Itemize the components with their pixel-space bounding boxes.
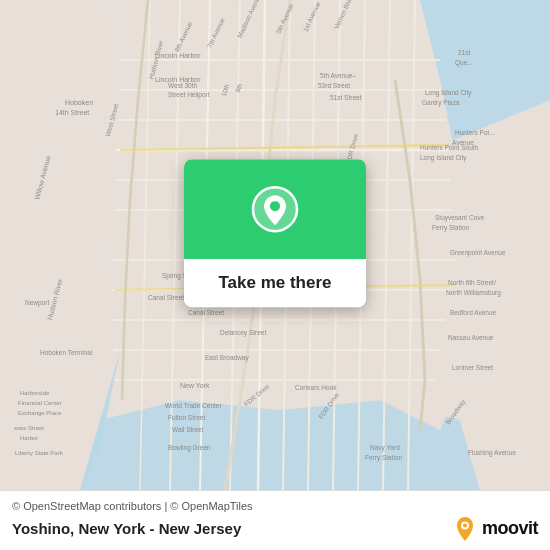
svg-text:Nassau Avenue: Nassau Avenue [448, 334, 494, 341]
svg-text:Que...: Que... [455, 59, 473, 67]
svg-text:Delancey Street: Delancey Street [220, 329, 266, 337]
bottom-bar: © OpenStreetMap contributors | © OpenMap… [0, 490, 550, 550]
svg-text:Canal Street: Canal Street [188, 309, 224, 316]
svg-text:World Trade Center: World Trade Center [165, 402, 222, 409]
cta-green-area [184, 159, 366, 259]
svg-text:53rd Street: 53rd Street [318, 82, 350, 89]
svg-text:Corlears Hook: Corlears Hook [295, 384, 337, 391]
moovit-icon [452, 516, 478, 542]
svg-point-89 [270, 201, 280, 211]
location-name: Yoshino, New York - New Jersey [12, 520, 241, 537]
svg-text:Canal Street: Canal Street [148, 294, 184, 301]
svg-text:51st Street: 51st Street [330, 94, 362, 101]
map-attribution: © OpenStreetMap contributors | © OpenMap… [12, 500, 538, 512]
svg-text:Greenpoint Avenue: Greenpoint Avenue [450, 249, 506, 257]
svg-text:Liberty State Park: Liberty State Park [15, 450, 64, 456]
location-label-row: Yoshino, New York - New Jersey moovit [12, 516, 538, 542]
svg-text:Ferry Station: Ferry Station [432, 224, 470, 232]
svg-text:Financial Center: Financial Center [18, 400, 62, 406]
svg-text:ssex Street: ssex Street [14, 425, 44, 431]
moovit-text: moovit [482, 518, 538, 539]
svg-text:Exchange Place: Exchange Place [18, 410, 62, 416]
svg-text:5th Avenue–: 5th Avenue– [320, 72, 356, 79]
svg-text:Long Island City: Long Island City [425, 89, 472, 97]
svg-text:North 6th Street/: North 6th Street/ [448, 279, 496, 286]
svg-text:Ferry Station: Ferry Station [365, 454, 403, 462]
svg-text:New York: New York [180, 382, 210, 389]
svg-text:Harborside: Harborside [20, 390, 50, 396]
svg-text:Fulton Street: Fulton Street [168, 414, 205, 421]
svg-point-91 [463, 523, 467, 527]
svg-text:Street Heliport: Street Heliport [168, 91, 210, 99]
svg-text:Long Island City: Long Island City [420, 154, 467, 162]
svg-text:East Broadway: East Broadway [205, 354, 249, 362]
svg-text:Flushing Avenue: Flushing Avenue [468, 449, 516, 457]
svg-text:West 30th: West 30th [168, 82, 198, 89]
svg-text:Navy Yard: Navy Yard [370, 444, 400, 452]
svg-text:Bowling Green: Bowling Green [168, 444, 211, 452]
svg-text:Bedford Avenue: Bedford Avenue [450, 309, 497, 316]
take-me-there-button[interactable]: Take me there [184, 259, 366, 307]
svg-text:Wall Street: Wall Street [172, 426, 204, 433]
svg-text:Hoboken Terminal: Hoboken Terminal [40, 349, 93, 356]
svg-text:Hunters Poi...: Hunters Poi... [455, 129, 495, 136]
svg-text:North Williamsburg: North Williamsburg [446, 289, 501, 297]
svg-text:14th Street: 14th Street [55, 109, 89, 116]
map-container: Lincoln Harbor Lincoln Harbor Hoboken 14… [0, 0, 550, 490]
svg-text:21st: 21st [458, 49, 470, 56]
svg-text:Avenue: Avenue [452, 139, 474, 146]
moovit-logo: moovit [452, 516, 538, 542]
cta-card: Take me there [184, 159, 366, 307]
svg-text:Lorimer Street: Lorimer Street [452, 364, 493, 371]
svg-text:Newport: Newport [25, 299, 49, 307]
location-pin-icon [251, 185, 299, 233]
svg-text:Gantry Plaza: Gantry Plaza [422, 99, 460, 107]
svg-text:Stuyvesant Cove: Stuyvesant Cove [435, 214, 485, 222]
svg-text:Harbor: Harbor [20, 435, 38, 441]
svg-text:Hoboken: Hoboken [65, 99, 93, 106]
